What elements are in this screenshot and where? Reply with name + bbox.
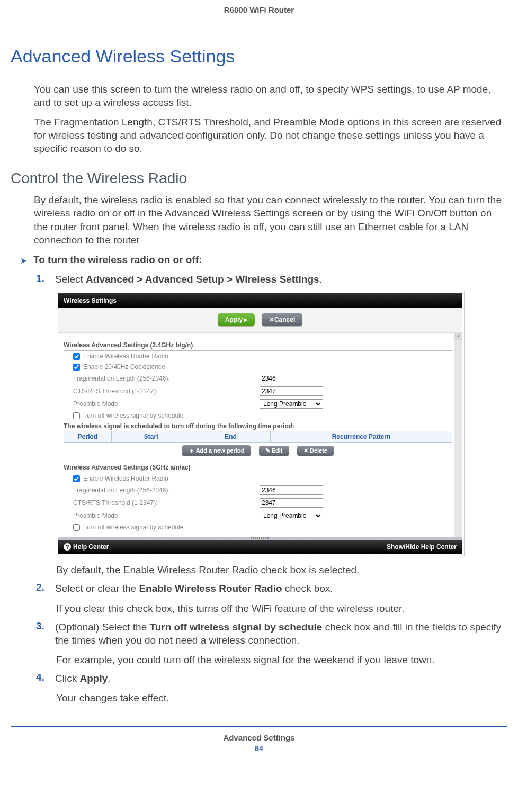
label-preamble-5: Preamble Mode [64,512,260,519]
row-enable-radio-5: Enable Wireless Router Radio [64,473,452,484]
label-turnoff-schedule-5: Turn off wireless signal by schedule [83,524,183,531]
step-body: Click Apply. [55,672,111,685]
checkbox-enable-radio-24[interactable] [73,353,80,360]
step-3: 3. (Optional) Select the Turn off wirele… [36,620,507,647]
step-bold: Advanced > Advanced Setup > Wireless Set… [86,274,319,285]
checkbox-turnoff-schedule-5[interactable] [73,524,80,531]
step-text: (Optional) Select the [55,621,149,633]
col-recurrence[interactable]: Recurrence Pattern [271,431,452,442]
page-header-product: R6000 WiFi Router [11,5,507,14]
input-cts-24[interactable] [260,386,323,396]
step-number: 3. [36,620,48,632]
step-text: Select [55,274,86,285]
help-icon: ? [64,543,71,551]
page-footer: Advanced Settings 84 [11,726,507,753]
screenshot-wireless-settings: Wireless Settings Apply ▸ ✕Cancel ▴ Wire… [56,291,464,556]
step-bold: Turn off wireless signal by schedule [149,621,322,633]
schedule-table-buttons: ＋ Add a new period ✎ Edit ✕ Delete [64,443,452,459]
step-4: 4. Click Apply. [36,672,507,685]
procedure-arrow-icon: ➤ [20,254,27,268]
schedule-note: The wireless signal is scheduled to turn… [64,421,452,430]
checkbox-turnoff-schedule-24[interactable] [73,412,80,419]
label-turnoff-schedule-24: Turn off wireless signal by schedule [83,412,183,419]
step-4-followup: Your changes take effect. [56,691,507,705]
step-1-followup: By default, the Enable Wireless Router R… [56,563,507,576]
step-bold: Apply [79,673,108,684]
step-number: 4. [36,672,48,683]
step-body: Select Advanced > Advanced Setup > Wirel… [55,273,322,286]
step-body: Select or clear the Enable Wireless Rout… [55,582,333,595]
label-enable-2040: Enable 20/40Hz Coexistence [83,363,165,371]
step-bold: Enable Wireless Router Radio [139,583,282,594]
row-enable-radio-24: Enable Wireless Router Radio [64,351,452,362]
row-turnoff-schedule-5: Turn off wireless signal by schedule [64,522,452,533]
scroll-up-icon[interactable]: ▴ [454,333,462,340]
intro-paragraph-1: You can use this screen to turn the wire… [34,83,507,109]
label-frag-24: Fragmentation Length (256-2346): [64,375,260,382]
help-center-link[interactable]: ?Help Center [64,543,109,551]
step-3-followup: For example, you could turn off the wire… [56,653,507,666]
section-24ghz-heading: Wireless Advanced Settings (2.4GHz b/g/n… [64,340,452,351]
col-period[interactable]: Period [64,431,112,442]
help-center-label: Help Center [73,543,109,551]
input-frag-5[interactable] [260,485,323,495]
row-enable-2040: Enable 20/40Hz Coexistence [64,362,452,372]
checkbox-enable-radio-5[interactable] [73,475,80,482]
heading-advanced-wireless: Advanced Wireless Settings [11,46,507,67]
screenshot-buttonbar: Apply ▸ ✕Cancel [58,308,462,333]
intro-paragraph-2: The Fragmentation Length, CTS/RTS Thresh… [34,115,507,155]
step-number: 1. [36,273,48,284]
row-turnoff-schedule-24: Turn off wireless signal by schedule [64,410,452,421]
input-frag-24[interactable] [260,374,323,383]
checkbox-enable-2040[interactable] [73,364,80,371]
step-text: . [108,673,110,684]
col-end[interactable]: End [191,431,271,442]
section-5ghz-heading: Wireless Advanced Settings (5GHz a/n/ac) [64,463,452,473]
step-1: 1. Select Advanced > Advanced Setup > Wi… [36,273,507,286]
screenshot-footer: ?Help Center Show/Hide Help Center [58,540,462,554]
step-2: 2. Select or clear the Enable Wireless R… [36,582,507,595]
add-period-button[interactable]: ＋ Add a new period [182,445,251,456]
input-cts-5[interactable] [260,498,323,508]
step-text: Click [55,673,79,684]
step-text: Select or clear the [55,583,139,594]
label-cts-24: CTS/RTS Threshold (1-2347): [64,387,260,395]
scrollbar[interactable]: ▴ [454,333,462,537]
label-preamble-24: Preamble Mode [64,400,260,408]
label-cts-5: CTS/RTS Threshold (1-2347): [64,499,260,507]
screenshot-body: ▴ Wireless Advanced Settings (2.4GHz b/g… [58,333,462,537]
step-2-followup: If you clear this check box, this turns … [56,602,507,615]
section-intro: By default, the wireless radio is enable… [34,193,507,246]
resize-handle[interactable] [58,537,462,540]
footer-page-number: 84 [11,744,507,753]
heading-control-radio: Control the Wireless Radio [11,170,507,187]
procedure-title: To turn the wireless radio on or off: [33,254,202,266]
label-enable-radio-24: Enable Wireless Router Radio [83,353,168,360]
step-number: 2. [36,582,48,593]
step-text: check box. [282,583,333,594]
screenshot-titlebar: Wireless Settings [58,293,462,308]
label-frag-5: Fragmentation Length (256-2346): [64,486,260,494]
select-preamble-24[interactable]: Long Preamble [260,399,323,409]
edit-period-button[interactable]: ✎ Edit [259,446,289,456]
apply-button[interactable]: Apply ▸ [218,313,255,326]
step-body: (Optional) Select the Turn off wireless … [55,620,507,647]
procedure-intro: ➤ To turn the wireless radio on or off: [20,254,507,268]
select-preamble-5[interactable]: Long Preamble [260,511,323,520]
label-enable-radio-5: Enable Wireless Router Radio [83,475,168,482]
step-text: . [319,274,322,285]
footer-section: Advanced Settings [11,733,507,742]
schedule-table-header: Period Start End Recurrence Pattern [64,431,452,443]
cancel-button[interactable]: ✕Cancel [262,313,302,326]
col-start[interactable]: Start [112,431,191,442]
schedule-table: Period Start End Recurrence Pattern ＋ Ad… [64,431,452,459]
delete-period-button[interactable]: ✕ Delete [297,446,334,456]
showhide-help-link[interactable]: Show/Hide Help Center [387,543,457,551]
